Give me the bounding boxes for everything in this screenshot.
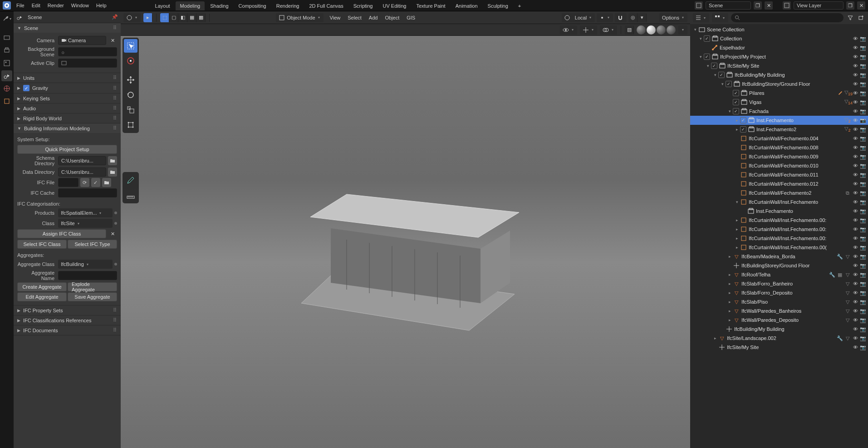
menu-window[interactable]: Window [68,1,93,10]
expand-toggle[interactable]: ▸ [734,218,740,222]
menu-render[interactable]: Render [44,1,68,10]
rotate-tool[interactable] [124,88,137,102]
pin-button[interactable]: 📌 [112,14,118,20]
visibility-toggle[interactable]: 👁 [852,190,858,196]
render-toggle[interactable]: 📷 [860,245,866,251]
visibility-toggle[interactable]: 👁 [852,208,858,214]
visibility-toggle[interactable]: 👁 [852,199,858,205]
visibility-toggle[interactable]: 👁 [852,245,858,250]
panel-grip-icon[interactable]: ⠿ [113,327,117,333]
add-workspace-button[interactable]: + [515,1,524,10]
outliner-node[interactable]: ▾IfcCurtainWall/Inst.Fechamento👁📷 [690,197,868,207]
visibility-toggle[interactable]: 👁 [852,154,858,159]
select-island-mode[interactable]: ▦ [187,13,196,22]
panel-grip-icon[interactable]: ⠿ [113,307,117,313]
visibility-toggle[interactable]: 👁 [852,272,858,277]
visibility-toggle[interactable]: 👁 [852,236,858,241]
render-toggle[interactable]: 📷 [860,290,866,296]
panel-grip-icon[interactable]: ⠿ [113,75,117,81]
render-toggle[interactable]: 📷 [860,72,866,78]
render-toggle[interactable]: 📷 [860,217,866,223]
panel-grip-icon[interactable]: ⠿ [113,105,117,111]
xray-toggle[interactable]: ▧ [625,25,634,34]
anim-dot[interactable] [114,222,117,225]
gravity-checkbox[interactable]: ✓ [23,85,29,91]
anim-dot[interactable] [114,263,117,266]
panel-header-rigid-body-world[interactable]: ▶Rigid Body World⠿ [14,113,121,123]
active-clip-field[interactable] [58,59,117,68]
visibility-toggle[interactable]: 👁 [852,290,858,295]
outliner-node[interactable]: ▸▽IfcSite/Landscape.002🔧▽👁📷 [690,334,868,343]
workspace-tab-compositing[interactable]: Compositing [234,1,271,10]
visibility-toggle[interactable]: 👁 [852,45,858,50]
visibility-toggle[interactable]: 👁 [852,326,858,332]
scene-browse-button[interactable] [695,1,703,10]
outliner-node[interactable]: ▸IfcCurtainWall/Inst.Fechamento.00:👁📷 [690,216,868,225]
visibility-toggle[interactable]: 👁 [852,54,858,59]
outliner-node[interactable]: ▸IfcCurtainWall/Inst.Fechamento.00:👁📷 [690,234,868,243]
outliner-node[interactable]: ▾IfcBuildingStorey/Ground Floor👁📷 [690,79,868,89]
expand-toggle[interactable]: ▾ [719,82,726,86]
render-toggle[interactable]: 📷 [860,236,866,241]
outliner-node[interactable]: IfcCurtainWall/Fechamento2⧉👁📷 [690,188,868,197]
ifc-cache-field[interactable] [58,188,117,197]
select-edge-mode[interactable]: ▢ [169,13,178,22]
scale-tool[interactable] [124,103,137,117]
render-toggle[interactable]: 📷 [860,208,866,214]
outliner-node[interactable]: ▸IfcCurtainWall/Inst.Fechamento.00(👁📷 [690,243,868,252]
expand-toggle[interactable]: ▸ [734,236,740,241]
viewport-menu-select[interactable]: Select [344,14,365,22]
panel-header-ifc-classifications-references[interactable]: ▶IFC Classifications References⠿ [14,315,121,325]
wireframe-shading[interactable] [637,25,646,34]
exclude-checkbox[interactable] [711,63,717,69]
workspace-tab-sculpting[interactable]: Sculpting [483,1,513,10]
outliner-node[interactable]: IfcCurtainWall/Fechamento.004👁📷 [690,134,868,143]
expand-toggle[interactable]: ▸ [712,336,718,340]
render-toggle[interactable]: 📷 [860,226,866,232]
editor-type-dropdown[interactable]: ▾ [1,13,12,24]
select-ifc-type-button[interactable]: Select IFC Type [68,240,117,249]
panel-header-ifc-property-sets[interactable]: ▶IFC Property Sets⠿ [14,305,121,315]
exclude-checkbox[interactable] [718,72,725,78]
new-collection-button[interactable] [857,14,865,22]
new-viewlayer-button[interactable]: ❐ [846,1,854,10]
output-tab[interactable] [1,45,12,56]
outliner-node[interactable]: ▸▽IfcWall/Paredes_Banheiros▽👁📷 [690,306,868,315]
outliner-display-mode[interactable]: ▾ [693,13,709,22]
outliner-node[interactable]: ▸IfcCurtainWall/Inst.Fechamento.00:👁📷 [690,225,868,234]
visibility-toggle[interactable]: 👁 [852,99,858,105]
outliner-node[interactable]: IfcBuilding/My Building👁📷 [690,325,868,334]
expand-toggle[interactable]: ▾ [712,73,718,77]
visibility-toggle[interactable]: 👁 [852,335,858,341]
filter-button[interactable] [846,14,854,22]
panel-header-keying-sets[interactable]: ▶Keying Sets⠿ [14,94,121,103]
outliner-node[interactable]: ▾Collection👁📷 [690,34,868,43]
expand-toggle[interactable]: ▾ [705,64,711,68]
expand-toggle[interactable]: ▸ [734,227,740,231]
outliner-tree[interactable]: ▾ Scene Collection ▾Collection👁📷Espelhad… [690,24,868,448]
matprev-shading[interactable] [657,25,666,34]
interaction-mode-dropdown[interactable]: Object Mode▾ [276,13,323,22]
visibility-toggle[interactable]: 👁 [852,308,858,314]
ifc-file-field[interactable] [58,178,78,187]
render-toggle[interactable]: 📷 [860,90,866,96]
expand-toggle[interactable]: ▸ [734,245,740,250]
ifc-reload-button[interactable]: ⟳ [80,178,89,187]
agg-class-dropdown[interactable]: IfcBuilding▾ [58,260,113,269]
edit-aggregate-button[interactable]: Edit Aggregate [17,292,67,301]
expand-toggle[interactable]: ▸ [726,272,733,277]
proportional-edit-toggle[interactable]: ◎ [628,13,638,22]
workspace-tab-uv-editing[interactable]: UV Editing [378,1,411,10]
visibility-toggle[interactable]: 👁 [852,226,858,232]
ifc-browse-button[interactable] [102,178,111,187]
render-toggle[interactable]: 📷 [860,163,866,169]
outliner-node[interactable]: IfcCurtainWall/Fechamento.011👁📷 [690,170,868,179]
editor-type-selector[interactable]: ▾ [123,13,141,22]
render-toggle[interactable]: 📷 [860,317,866,323]
render-toggle[interactable]: 📷 [860,154,866,160]
outliner-node[interactable]: Vigas▽14👁📷 [690,98,868,107]
delete-scene-button[interactable]: ✕ [765,1,773,10]
panel-grip-icon[interactable]: ⠿ [113,85,117,91]
select-vert-mode[interactable]: ⬚ [160,13,169,22]
expand-toggle[interactable]: ▾ [726,109,733,113]
